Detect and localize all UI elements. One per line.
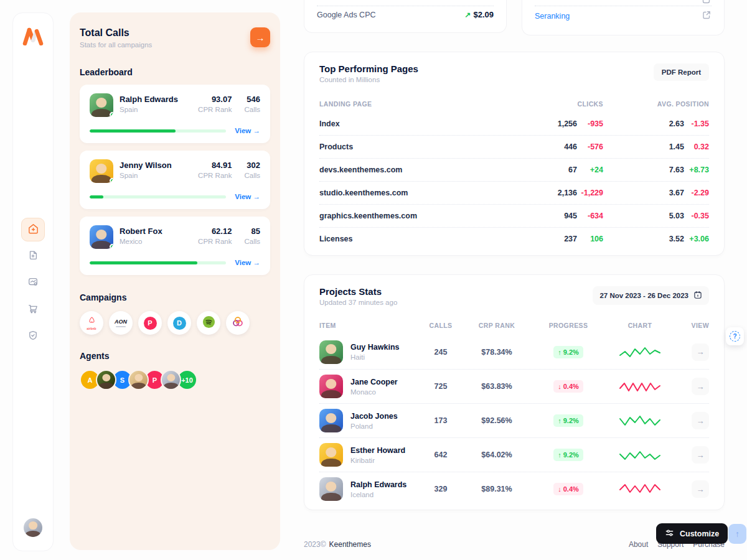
sidebar-item-security[interactable] — [21, 325, 45, 348]
project-country: Monaco — [350, 388, 398, 396]
leader-country: Mexico — [120, 238, 186, 245]
sidebar-item-files[interactable] — [21, 245, 45, 268]
crp-rank-cell: $63.83% — [463, 382, 531, 391]
view-link[interactable]: View → — [235, 259, 260, 266]
icon-sidebar — [12, 12, 54, 551]
campaign-trefoil[interactable] — [226, 311, 250, 335]
project-row: Ralph Edwards Iceland 329 $89.31% ↓ 0.4%… — [319, 472, 709, 506]
arrow-right-icon: → — [256, 32, 265, 43]
position-delta-cell: +3.06 — [684, 235, 709, 243]
calls-cell: 245 — [419, 348, 463, 357]
customize-label: Customize — [680, 530, 719, 538]
row-view-button[interactable]: → — [692, 343, 709, 361]
pdf-report-button[interactable]: PDF Report — [654, 63, 709, 81]
clicks-delta-cell: -935 — [577, 119, 603, 128]
tool-row: Seranking — [535, 10, 712, 22]
top-performing-pages-card: Top Performing Pages Counted in Millions… — [304, 52, 725, 256]
card-subtitle: Updated 37 minutes ago — [319, 299, 397, 306]
external-link-icon[interactable] — [702, 10, 712, 22]
landing-page-cell: devs.keenthemes.com — [319, 166, 521, 174]
view-link[interactable]: View → — [235, 127, 260, 134]
leader-name: Jenny Wilson — [120, 161, 186, 170]
date-range-label: 27 Nov 2023 - 26 Dec 2023 — [599, 292, 688, 299]
card-header-text: Projects Stats Updated 37 minutes ago — [319, 286, 397, 306]
project-name: Guy Hawkins — [350, 343, 400, 352]
campaign-logos: airbnb AON P D — [80, 311, 270, 335]
top-stat-cards: Google Ads CPC ↗$2.09 Seranking — [304, 0, 725, 35]
crp-rank-cell: $64.02% — [463, 450, 531, 459]
panel-arrow-button[interactable]: → — [250, 27, 270, 47]
total-calls-panel: Total Calls Stats for all campaigns → Le… — [70, 12, 280, 550]
project-avatar — [319, 340, 343, 364]
pages-table-header: LANDING PAGE CLICKS AVG. POSITION — [319, 96, 709, 112]
ads-stats-card: Google Ads CPC ↗$2.09 — [304, 0, 507, 33]
project-avatar — [319, 443, 343, 467]
sparkline-chart — [606, 447, 674, 463]
scroll-to-top-button[interactable]: ↑ — [728, 524, 746, 544]
row-view-button[interactable]: → — [692, 446, 709, 464]
project-name: Jacob Jones — [350, 412, 398, 421]
campaign-airbnb[interactable]: airbnb — [80, 311, 103, 335]
user-avatar[interactable] — [24, 518, 42, 537]
projects-stats-card: Projects Stats Updated 37 minutes ago 27… — [304, 274, 725, 510]
column-avg-position: AVG. POSITION — [603, 100, 709, 108]
help-button[interactable]: ? — [726, 327, 744, 345]
main-content: Google Ads CPC ↗$2.09 Seranking — [304, 0, 725, 549]
leader-country: Spain — [120, 106, 186, 113]
project-row: Guy Hawkins Haiti 245 $78.34% ↑ 9.2% → — [319, 335, 709, 369]
clicks-cell: 945 — [521, 212, 577, 220]
position-cell: 3.52 — [603, 235, 684, 243]
dotted-divider — [317, 6, 494, 6]
footer-link-about[interactable]: About — [629, 540, 648, 549]
panel-subtitle: Stats for all campaigns — [80, 41, 243, 49]
table-row: devs.keenthemes.com 67 +24 7.63 +8.73 — [319, 158, 709, 181]
calls-cell: 173 — [419, 416, 463, 425]
sidebar-item-analytics[interactable] — [21, 271, 45, 295]
progress-badge: ↓ 0.4% — [553, 483, 583, 495]
aon-tagline — [116, 326, 126, 327]
customize-button[interactable]: Customize — [656, 523, 728, 544]
card-title: Projects Stats — [319, 286, 397, 297]
row-view-button[interactable]: → — [692, 378, 709, 395]
chart-icon — [27, 276, 39, 290]
date-range-picker[interactable]: 27 Nov 2023 - 26 Dec 2023 — [593, 286, 709, 305]
seranking-link[interactable]: Seranking — [535, 12, 570, 21]
agent-avatar[interactable] — [96, 370, 116, 390]
row-view-button[interactable]: → — [692, 412, 709, 429]
copyright: 2023©Keenthemes — [304, 540, 371, 549]
shield-check-icon — [27, 330, 39, 343]
leader-calls: 546Calls — [244, 93, 260, 113]
leaderboard-card: Jenny Wilson Spain 84.91CPR Rank 302Call… — [80, 151, 270, 209]
card-header-text: Top Performing Pages Counted in Millions — [319, 63, 418, 83]
leader-avatar — [90, 159, 113, 183]
campaign-disqus[interactable]: D — [167, 311, 191, 335]
keenthemes-link[interactable]: Keenthemes — [329, 540, 371, 549]
campaign-picsart[interactable]: P — [138, 311, 162, 335]
campaign-spotify[interactable] — [197, 311, 220, 335]
agent-avatar[interactable] — [128, 370, 149, 390]
online-dot — [110, 244, 113, 249]
column-chart: CHART — [606, 322, 674, 329]
clicks-cell: 446 — [521, 142, 577, 151]
row-view-button[interactable]: → — [692, 480, 709, 498]
clicks-cell: 2,136 — [521, 189, 577, 197]
panel-title: Total Calls — [80, 27, 243, 39]
position-delta-cell: -0.35 — [684, 212, 709, 220]
progress-bar — [90, 261, 226, 264]
trend-up-icon: ↗ — [464, 11, 471, 19]
trefoil-rings-icon — [232, 315, 244, 330]
card-subtitle: Counted in Millions — [319, 76, 418, 83]
campaign-aon[interactable]: AON — [109, 311, 133, 335]
sidebar-item-shop[interactable] — [21, 298, 45, 322]
column-clicks: CLICKS — [521, 100, 603, 108]
leader-rank: 84.91CPR Rank — [198, 159, 232, 179]
sidebar-item-home[interactable] — [21, 218, 45, 241]
online-dot — [110, 112, 113, 117]
agents-group: A S P +10 — [80, 370, 270, 390]
leader-country: Spain — [120, 172, 186, 179]
project-name: Esther Howard — [350, 446, 405, 455]
view-link[interactable]: View → — [235, 193, 260, 200]
agent-avatar[interactable] — [161, 370, 181, 390]
landing-page-cell: studio.keenthemes.com — [319, 189, 521, 197]
crp-rank-cell: $89.31% — [463, 485, 531, 493]
